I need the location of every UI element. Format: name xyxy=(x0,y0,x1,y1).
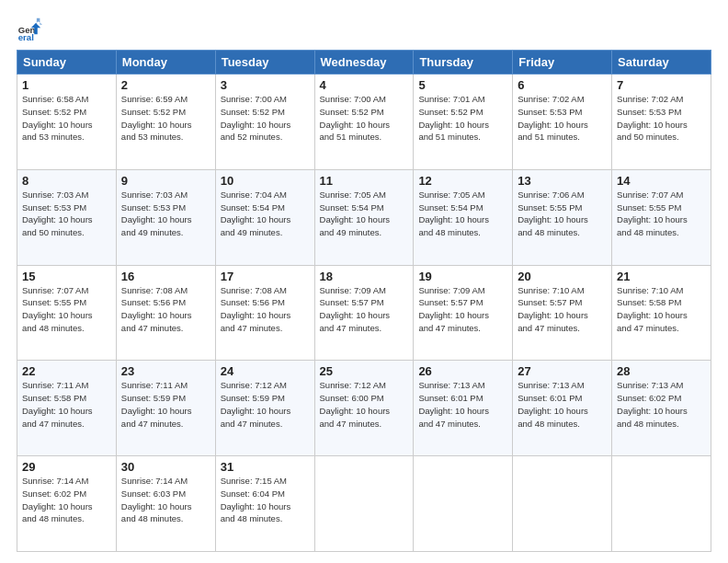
col-sunday: Sunday xyxy=(17,51,117,75)
calendar-cell: 29Sunrise: 7:14 AMSunset: 6:02 PMDayligh… xyxy=(17,456,117,552)
day-number: 22 xyxy=(22,364,111,378)
calendar-cell xyxy=(414,456,513,552)
calendar-cell: 31Sunrise: 7:15 AMSunset: 6:04 PMDayligh… xyxy=(215,456,314,552)
day-number: 2 xyxy=(121,78,210,92)
day-number: 8 xyxy=(22,174,111,188)
day-number: 15 xyxy=(22,270,111,283)
day-info: Sunrise: 7:09 AMSunset: 5:57 PMDaylight:… xyxy=(320,284,409,335)
day-number: 14 xyxy=(617,174,706,188)
day-info: Sunrise: 7:11 AMSunset: 5:58 PMDaylight:… xyxy=(22,379,111,430)
day-info: Sunrise: 7:02 AMSunset: 5:53 PMDaylight:… xyxy=(518,93,607,144)
day-info: Sunrise: 7:10 AMSunset: 5:58 PMDaylight:… xyxy=(617,284,706,335)
day-info: Sunrise: 7:07 AMSunset: 5:55 PMDaylight:… xyxy=(617,189,706,239)
day-info: Sunrise: 7:11 AMSunset: 5:59 PMDaylight:… xyxy=(121,379,210,430)
day-number: 23 xyxy=(121,364,210,378)
calendar-cell: 3Sunrise: 7:00 AMSunset: 5:52 PMDaylight… xyxy=(215,75,314,170)
day-number: 1 xyxy=(22,78,111,92)
day-number: 27 xyxy=(518,364,607,378)
calendar-week-row: 8Sunrise: 7:03 AMSunset: 5:53 PMDaylight… xyxy=(17,169,711,265)
day-number: 16 xyxy=(121,270,210,283)
calendar-cell: 19Sunrise: 7:09 AMSunset: 5:57 PMDayligh… xyxy=(414,265,513,361)
calendar-cell: 7Sunrise: 7:02 AMSunset: 5:53 PMDaylight… xyxy=(612,75,711,170)
day-number: 6 xyxy=(518,78,607,92)
day-number: 31 xyxy=(221,460,310,474)
day-info: Sunrise: 7:03 AMSunset: 5:53 PMDaylight:… xyxy=(22,189,111,239)
logo-icon: Gen eral xyxy=(17,17,42,42)
day-info: Sunrise: 6:59 AMSunset: 5:52 PMDaylight:… xyxy=(121,93,210,144)
page-header: Gen eral xyxy=(17,17,711,42)
day-info: Sunrise: 7:03 AMSunset: 5:53 PMDaylight:… xyxy=(121,189,210,239)
calendar-cell: 2Sunrise: 6:59 AMSunset: 5:52 PMDaylight… xyxy=(116,75,215,170)
day-info: Sunrise: 7:05 AMSunset: 5:54 PMDaylight:… xyxy=(418,189,507,239)
col-saturday: Saturday xyxy=(612,51,711,75)
calendar-cell: 14Sunrise: 7:07 AMSunset: 5:55 PMDayligh… xyxy=(612,169,711,265)
calendar-cell: 1Sunrise: 6:58 AMSunset: 5:52 PMDaylight… xyxy=(17,75,117,170)
day-info: Sunrise: 7:04 AMSunset: 5:54 PMDaylight:… xyxy=(221,189,310,239)
day-info: Sunrise: 7:02 AMSunset: 5:53 PMDaylight:… xyxy=(617,93,706,144)
calendar-page: Gen eral Sunday Monday Tuesday We xyxy=(0,0,728,563)
day-info: Sunrise: 7:15 AMSunset: 6:04 PMDaylight:… xyxy=(221,475,310,525)
day-number: 20 xyxy=(518,270,607,283)
day-info: Sunrise: 7:14 AMSunset: 6:03 PMDaylight:… xyxy=(121,475,210,525)
day-info: Sunrise: 7:05 AMSunset: 5:54 PMDaylight:… xyxy=(320,189,409,239)
calendar-cell: 15Sunrise: 7:07 AMSunset: 5:55 PMDayligh… xyxy=(17,265,117,361)
day-info: Sunrise: 6:58 AMSunset: 5:52 PMDaylight:… xyxy=(22,93,111,144)
day-info: Sunrise: 7:00 AMSunset: 5:52 PMDaylight:… xyxy=(320,93,409,144)
day-number: 26 xyxy=(418,364,507,378)
calendar-cell xyxy=(513,456,612,552)
calendar-cell: 5Sunrise: 7:01 AMSunset: 5:52 PMDaylight… xyxy=(414,75,513,170)
day-number: 21 xyxy=(617,270,706,283)
day-number: 29 xyxy=(22,460,111,474)
calendar-cell xyxy=(612,456,711,552)
day-info: Sunrise: 7:12 AMSunset: 6:00 PMDaylight:… xyxy=(320,379,409,430)
calendar-header-row: Sunday Monday Tuesday Wednesday Thursday… xyxy=(17,51,711,75)
day-number: 25 xyxy=(320,364,409,378)
day-info: Sunrise: 7:09 AMSunset: 5:57 PMDaylight:… xyxy=(418,284,507,335)
day-number: 19 xyxy=(418,270,507,283)
day-number: 28 xyxy=(617,364,706,378)
calendar-cell: 16Sunrise: 7:08 AMSunset: 5:56 PMDayligh… xyxy=(116,265,215,361)
day-number: 10 xyxy=(221,174,310,188)
calendar-cell: 26Sunrise: 7:13 AMSunset: 6:01 PMDayligh… xyxy=(414,361,513,456)
calendar-cell: 4Sunrise: 7:00 AMSunset: 5:52 PMDaylight… xyxy=(314,75,414,170)
calendar-cell: 22Sunrise: 7:11 AMSunset: 5:58 PMDayligh… xyxy=(17,361,117,456)
calendar-cell: 24Sunrise: 7:12 AMSunset: 5:59 PMDayligh… xyxy=(215,361,314,456)
day-number: 9 xyxy=(121,174,210,188)
day-number: 24 xyxy=(221,364,310,378)
day-info: Sunrise: 7:13 AMSunset: 6:01 PMDaylight:… xyxy=(518,379,607,430)
day-info: Sunrise: 7:01 AMSunset: 5:52 PMDaylight:… xyxy=(418,93,507,144)
day-info: Sunrise: 7:06 AMSunset: 5:55 PMDaylight:… xyxy=(518,189,607,239)
day-number: 3 xyxy=(221,78,310,92)
day-number: 17 xyxy=(221,270,310,283)
svg-marker-3 xyxy=(34,18,42,25)
calendar-cell: 6Sunrise: 7:02 AMSunset: 5:53 PMDaylight… xyxy=(513,75,612,170)
calendar-cell: 18Sunrise: 7:09 AMSunset: 5:57 PMDayligh… xyxy=(314,265,414,361)
calendar-cell: 30Sunrise: 7:14 AMSunset: 6:03 PMDayligh… xyxy=(116,456,215,552)
day-number: 12 xyxy=(418,174,507,188)
logo: Gen eral xyxy=(17,17,46,42)
day-number: 5 xyxy=(418,78,507,92)
day-number: 13 xyxy=(518,174,607,188)
day-number: 7 xyxy=(617,78,706,92)
calendar-cell: 20Sunrise: 7:10 AMSunset: 5:57 PMDayligh… xyxy=(513,265,612,361)
day-info: Sunrise: 7:08 AMSunset: 5:56 PMDaylight:… xyxy=(121,284,210,335)
day-info: Sunrise: 7:14 AMSunset: 6:02 PMDaylight:… xyxy=(22,475,111,525)
day-number: 4 xyxy=(320,78,409,92)
calendar-week-row: 22Sunrise: 7:11 AMSunset: 5:58 PMDayligh… xyxy=(17,361,711,456)
col-thursday: Thursday xyxy=(414,51,513,75)
day-info: Sunrise: 7:10 AMSunset: 5:57 PMDaylight:… xyxy=(518,284,607,335)
calendar-cell: 23Sunrise: 7:11 AMSunset: 5:59 PMDayligh… xyxy=(116,361,215,456)
calendar-cell: 12Sunrise: 7:05 AMSunset: 5:54 PMDayligh… xyxy=(414,169,513,265)
calendar-cell: 10Sunrise: 7:04 AMSunset: 5:54 PMDayligh… xyxy=(215,169,314,265)
calendar-cell: 17Sunrise: 7:08 AMSunset: 5:56 PMDayligh… xyxy=(215,265,314,361)
calendar-cell: 11Sunrise: 7:05 AMSunset: 5:54 PMDayligh… xyxy=(314,169,414,265)
col-tuesday: Tuesday xyxy=(215,51,314,75)
calendar-table: Sunday Monday Tuesday Wednesday Thursday… xyxy=(17,50,711,552)
col-monday: Monday xyxy=(116,51,215,75)
calendar-cell: 27Sunrise: 7:13 AMSunset: 6:01 PMDayligh… xyxy=(513,361,612,456)
svg-text:eral: eral xyxy=(18,32,34,42)
day-info: Sunrise: 7:08 AMSunset: 5:56 PMDaylight:… xyxy=(221,284,310,335)
day-info: Sunrise: 7:13 AMSunset: 6:02 PMDaylight:… xyxy=(617,379,706,430)
calendar-cell: 21Sunrise: 7:10 AMSunset: 5:58 PMDayligh… xyxy=(612,265,711,361)
calendar-cell: 8Sunrise: 7:03 AMSunset: 5:53 PMDaylight… xyxy=(17,169,117,265)
